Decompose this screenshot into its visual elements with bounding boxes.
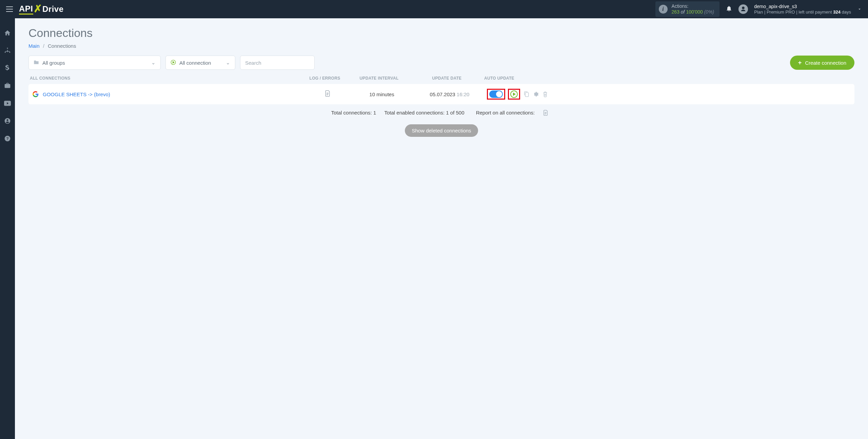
- logo[interactable]: API✗Drive: [19, 3, 64, 15]
- plan-days-word: days: [842, 9, 851, 15]
- col-all-connections: ALL CONNECTIONS: [30, 76, 301, 81]
- update-interval: 10 minutes: [351, 91, 412, 97]
- nav-account-icon[interactable]: [4, 117, 11, 125]
- actions-count: 263: [672, 9, 679, 15]
- show-deleted-button[interactable]: Show deleted connections: [405, 124, 478, 137]
- avatar[interactable]: [738, 4, 748, 14]
- delete-icon[interactable]: [542, 91, 549, 98]
- actions-pct: (0%): [704, 9, 714, 15]
- create-label: Create connection: [805, 60, 846, 66]
- chevron-down-icon: ⌄: [226, 60, 230, 66]
- summary-report: Report on all connections:: [476, 110, 535, 116]
- update-date: 05.07.2023: [430, 91, 455, 97]
- groups-label: All groups: [42, 60, 65, 66]
- notifications-icon[interactable]: [726, 5, 732, 13]
- nav-connections-icon[interactable]: [4, 47, 11, 54]
- plan-prefix: Plan |: [754, 9, 765, 15]
- menu-toggle[interactable]: [6, 6, 13, 12]
- actions-label: Actions:: [672, 3, 714, 9]
- groups-dropdown[interactable]: All groups ⌄: [28, 56, 161, 70]
- chevron-down-icon: ⌄: [151, 60, 156, 66]
- copy-icon[interactable]: [523, 91, 530, 98]
- breadcrumb-main[interactable]: Main: [28, 43, 40, 49]
- col-update-date: UPDATE DATE: [410, 76, 484, 81]
- breadcrumb: Main / Connections: [28, 43, 854, 49]
- col-auto-update: AUTO UPDATE: [484, 76, 853, 81]
- create-connection-button[interactable]: + Create connection: [790, 56, 854, 70]
- summary-total: Total connections: 1: [331, 110, 376, 116]
- user-menu-chevron-icon[interactable]: [857, 7, 862, 12]
- svg-rect-5: [525, 92, 528, 97]
- connection-name-link[interactable]: GOOGLE SHEETS -> (brevo): [43, 91, 110, 97]
- actions-limit: 100'000: [686, 9, 703, 15]
- username: demo_apix-drive_s3: [754, 4, 851, 9]
- update-time: 16:20: [457, 91, 470, 97]
- info-icon: i: [659, 5, 668, 14]
- run-now-button[interactable]: [510, 90, 518, 98]
- plan-name: Premium PRO: [767, 9, 795, 15]
- actions-counter[interactable]: i Actions: 263 of 100'000 (0%): [655, 1, 720, 17]
- actions-of: of: [681, 9, 685, 15]
- nav-billing-icon[interactable]: [4, 64, 11, 72]
- highlight-play: [508, 89, 520, 100]
- nav-video-icon[interactable]: [4, 100, 11, 107]
- settings-icon[interactable]: [532, 91, 539, 98]
- log-icon[interactable]: [324, 92, 331, 98]
- nav-home-icon[interactable]: [4, 29, 11, 37]
- google-icon: [33, 91, 39, 97]
- report-icon[interactable]: [543, 111, 548, 117]
- col-log-errors: LOG / ERRORS: [301, 76, 349, 81]
- highlight-toggle: [487, 89, 505, 100]
- auto-update-toggle[interactable]: [489, 90, 503, 98]
- status-label: All connection: [179, 60, 211, 66]
- svg-text:?: ?: [6, 136, 8, 141]
- plan-suffix: | left until payment: [796, 9, 832, 15]
- folder-icon: [34, 60, 39, 66]
- nav-help-icon[interactable]: ?: [4, 135, 11, 142]
- summary-enabled: Total enabled connections: 1 of 500: [384, 110, 464, 116]
- status-dropdown[interactable]: All connection ⌄: [165, 56, 235, 70]
- user-block[interactable]: demo_apix-drive_s3 Plan | Premium PRO | …: [754, 4, 851, 15]
- play-circle-icon: [171, 60, 176, 66]
- search-input[interactable]: [240, 56, 315, 70]
- page-title: Connections: [28, 26, 854, 40]
- sidebar: ?: [0, 18, 15, 145]
- nav-briefcase-icon[interactable]: [4, 82, 11, 89]
- connection-row: GOOGLE SHEETS -> (brevo) 10 minutes 05.0…: [28, 84, 854, 104]
- plus-icon: +: [798, 59, 802, 66]
- plan-days: 324: [833, 9, 841, 15]
- col-update-interval: UPDATE INTERVAL: [349, 76, 410, 81]
- breadcrumb-current: Connections: [48, 43, 76, 49]
